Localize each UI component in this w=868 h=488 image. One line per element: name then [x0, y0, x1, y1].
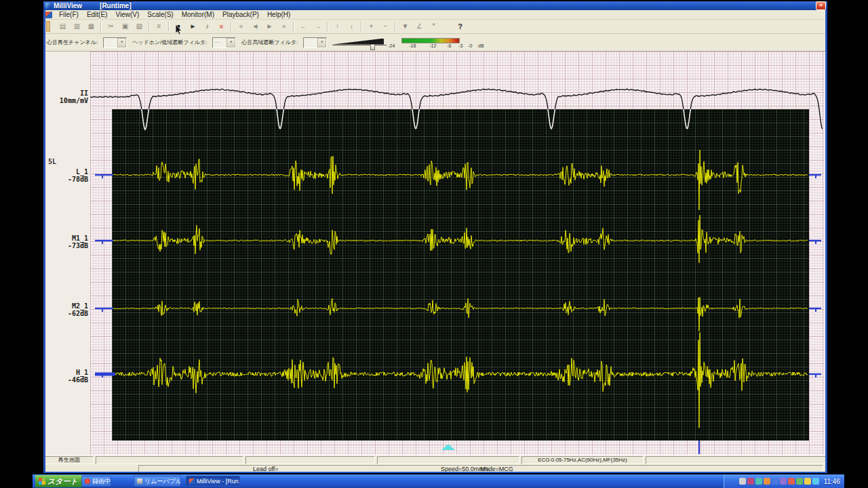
toolbar-separator: [293, 22, 294, 31]
volume-slider[interactable]: [332, 37, 387, 48]
open-button[interactable]: ▤: [56, 20, 69, 33]
menu-view[interactable]: View(V): [112, 11, 142, 18]
db-unit-label: dB: [478, 43, 484, 48]
channel-label-ecg: II10mm/mV: [43, 89, 88, 104]
tray-icon[interactable]: [755, 478, 762, 485]
window-title-doc: [Runtime]: [100, 2, 132, 9]
save-button[interactable]: ▥: [71, 20, 83, 33]
status-panel: [96, 456, 243, 464]
skip-start-button[interactable]: «: [235, 20, 248, 33]
taskbar-task-3[interactable]: MilliView - [Run...: [186, 476, 240, 487]
save-icon: ▥: [74, 23, 80, 30]
menu-help[interactable]: Help(H): [264, 11, 294, 18]
playback-channel-label: 心音再生チャンネル:: [47, 39, 98, 46]
sound-icon: ♪: [205, 23, 209, 30]
scroll-right-icon: →: [315, 23, 321, 30]
filter-controls: 心音再生チャンネル: ▼ ヘッドホン/低域遮断フィルタ: ---▼ 心音高域遮断…: [43, 34, 827, 52]
print-button[interactable]: ▦: [85, 20, 98, 33]
skip-start-icon: «: [239, 23, 243, 30]
tray-icon[interactable]: [747, 478, 754, 485]
status-panel: ECG:0.05-75Hz,AC(60Hz),MF(35Hz): [521, 456, 644, 464]
db-tick-label: -6: [447, 43, 451, 48]
marker-icon: ▼: [402, 23, 409, 30]
layout-button[interactable]: ≡: [153, 20, 165, 33]
scroll-left-button[interactable]: ←: [297, 20, 310, 33]
status-panel: [377, 456, 519, 464]
cut-button[interactable]: ✂: [104, 20, 117, 33]
measure-button[interactable]: ∠: [413, 20, 426, 33]
tray-icon[interactable]: [739, 478, 746, 485]
marker-button[interactable]: ▼: [399, 20, 412, 33]
menu-monitor[interactable]: Monitor(M): [178, 11, 218, 18]
toolbar-separator: [149, 22, 150, 31]
low-cut-filter-label: ヘッドホン/低域遮断フィルタ:: [132, 39, 207, 46]
tray-icon[interactable]: [764, 478, 770, 485]
zoom-out-icon: −: [384, 23, 388, 30]
taskbar-task-1[interactable]: 録画中: [81, 476, 111, 487]
menu-edit[interactable]: Edit(E): [83, 11, 111, 18]
measure-icon: ∠: [416, 23, 422, 30]
taskbar-task-2[interactable]: リムーバブル ディスク (F:): [134, 476, 181, 487]
chart-area[interactable]: 5L II10mm/mVL_1-78dBM1_1-73dBM2_1-62dBH_…: [43, 52, 827, 455]
tray-icon[interactable]: [780, 478, 787, 485]
close-button[interactable]: ×: [816, 1, 826, 10]
playback-channel-select-value: [104, 38, 117, 47]
help-icon: ?: [458, 23, 462, 30]
waveform-svg[interactable]: [43, 52, 827, 455]
toolbar: ▤▥▦✂▣▧≡■►♪×«◄►»←→↑↓+−▼∠*?: [43, 20, 827, 34]
status-panel: [245, 456, 375, 464]
document-icon: [45, 12, 52, 18]
menu-playback[interactable]: Playback(P): [219, 11, 262, 18]
gain-up-button[interactable]: ↑: [331, 20, 344, 33]
play-button[interactable]: ►: [186, 20, 199, 33]
tray-icon[interactable]: [788, 478, 795, 485]
window-title-app: MilliView: [54, 2, 82, 9]
sound-button[interactable]: ♪: [201, 20, 214, 33]
app-window: MilliView [Runtime] × File(F)Edit(E)View…: [43, 1, 827, 473]
titlebar[interactable]: MilliView [Runtime] ×: [43, 1, 827, 10]
window-border-left: [43, 10, 45, 473]
step-back-icon: ◄: [252, 23, 259, 30]
menu-scale[interactable]: Scale(S): [144, 11, 176, 18]
mute-button[interactable]: ×: [215, 20, 228, 33]
zoom-out-button[interactable]: −: [379, 20, 392, 33]
step-back-button[interactable]: ◄: [249, 20, 262, 33]
menu-file[interactable]: File(F): [56, 11, 82, 18]
volume-wedge-icon: [332, 39, 384, 45]
low-cut-filter-select[interactable]: ---▼: [212, 37, 236, 48]
low-cut-filter-select-value: ---: [213, 38, 226, 47]
toolbar-separator: [327, 22, 328, 31]
tray-icon[interactable]: [796, 478, 803, 485]
volume-slider-thumb[interactable]: [370, 44, 375, 50]
db-tick-label: -24: [388, 43, 395, 48]
tray-icon[interactable]: [812, 478, 819, 485]
tray-icon[interactable]: [772, 478, 778, 485]
app-icon: [189, 479, 195, 484]
event-button[interactable]: *: [427, 20, 440, 33]
zoom-in-button[interactable]: +: [365, 20, 378, 33]
start-button[interactable]: スタート: [35, 475, 86, 487]
chevron-down-icon: ▼: [317, 38, 326, 47]
high-cut-filter-select[interactable]: ▼: [303, 37, 327, 48]
layout-icon: ≡: [157, 23, 161, 30]
side-label: 5L: [48, 158, 56, 165]
gain-down-icon: ↓: [350, 23, 353, 30]
tray-icon[interactable]: [804, 478, 811, 485]
toolbar-separator: [231, 22, 232, 31]
app-icon: [45, 3, 52, 9]
scroll-left-icon: ←: [300, 23, 307, 30]
step-forward-button[interactable]: ►: [263, 20, 276, 33]
play-icon: ►: [190, 23, 197, 30]
screen: MilliView [Runtime] × File(F)Edit(E)View…: [0, 0, 868, 488]
window-border-bottom: [43, 472, 827, 473]
scroll-right-button[interactable]: →: [311, 20, 324, 33]
playback-channel-select[interactable]: ▼: [103, 37, 127, 48]
paste-button[interactable]: ▧: [133, 20, 146, 33]
copy-button[interactable]: ▣: [119, 20, 132, 33]
high-cut-filter-label: 心音高域遮断フィルタ:: [241, 39, 298, 46]
toolbar-grip-handle[interactable]: [46, 21, 50, 32]
skip-end-button[interactable]: »: [277, 20, 290, 33]
gain-down-button[interactable]: ↓: [345, 20, 358, 33]
db-tick-label: -18: [409, 43, 416, 48]
help-button[interactable]: ?: [454, 20, 467, 33]
